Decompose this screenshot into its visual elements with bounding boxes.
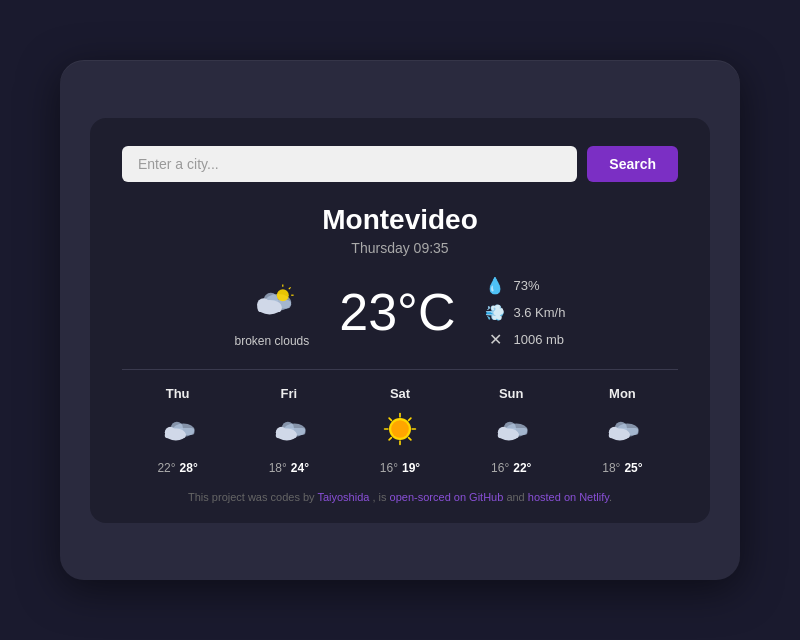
svg-rect-5 bbox=[257, 305, 281, 312]
humidity-icon: 💧 bbox=[485, 276, 505, 295]
forecast-temp-high: 24° bbox=[291, 461, 309, 475]
forecast-weather-icon bbox=[378, 407, 422, 455]
github-link[interactable]: open-sorced on GitHub bbox=[390, 491, 504, 503]
forecast-day-label: Sat bbox=[390, 386, 410, 401]
pressure-value: 1006 mb bbox=[513, 332, 564, 347]
forecast-day-label: Sun bbox=[499, 386, 524, 401]
footer-text-and: and bbox=[503, 491, 527, 503]
temperature: 23°C bbox=[339, 282, 455, 342]
forecast-temp-low: 16° bbox=[380, 461, 398, 475]
forecast-day-label: Thu bbox=[166, 386, 190, 401]
current-weather: broken clouds 23°C 💧 73% 💨 3.6 Km/h ✕ 10… bbox=[122, 276, 678, 349]
forecast-temps: 18° 25° bbox=[602, 461, 642, 475]
forecast-temp-high: 28° bbox=[180, 461, 198, 475]
wind-row: 💨 3.6 Km/h bbox=[485, 303, 565, 322]
forecast-day-item: Fri 18° 24° bbox=[233, 386, 344, 475]
weather-stats: 💧 73% 💨 3.6 Km/h ✕ 1006 mb bbox=[485, 276, 565, 349]
footer: This project was codes by Taiyoshida , i… bbox=[122, 491, 678, 503]
svg-line-25 bbox=[409, 437, 411, 439]
footer-text-middle: , is bbox=[369, 491, 389, 503]
forecast-day-item: Thu 22° 28° bbox=[122, 386, 233, 475]
forecast-temp-low: 22° bbox=[157, 461, 175, 475]
netlify-link[interactable]: hosted on Netlify bbox=[528, 491, 609, 503]
svg-line-27 bbox=[389, 437, 391, 439]
broken-cloud-icon bbox=[248, 276, 296, 328]
svg-line-8 bbox=[289, 287, 291, 289]
forecast-day-item: Mon 18° 25° bbox=[567, 386, 678, 475]
svg-rect-37 bbox=[498, 432, 519, 438]
forecast-weather-icon bbox=[267, 407, 311, 455]
forecast-row: Thu 22° 28°Fri 18° 24°Sat 16° 19°Sun bbox=[122, 386, 678, 475]
footer-text-before: This project was codes by bbox=[188, 491, 317, 503]
humidity-row: 💧 73% bbox=[485, 276, 565, 295]
forecast-temps: 18° 24° bbox=[269, 461, 309, 475]
forecast-temp-low: 18° bbox=[602, 461, 620, 475]
svg-line-31 bbox=[409, 418, 411, 420]
forecast-day-item: Sun 16° 22° bbox=[456, 386, 567, 475]
humidity-value: 73% bbox=[513, 278, 539, 293]
wind-icon: 💨 bbox=[485, 303, 505, 322]
forecast-weather-icon bbox=[489, 407, 533, 455]
forecast-temp-high: 22° bbox=[513, 461, 531, 475]
svg-point-23 bbox=[391, 420, 409, 438]
forecast-temps: 16° 19° bbox=[380, 461, 420, 475]
divider bbox=[122, 369, 678, 370]
forecast-weather-icon bbox=[600, 407, 644, 455]
forecast-temps: 16° 22° bbox=[491, 461, 531, 475]
pressure-icon: ✕ bbox=[485, 330, 505, 349]
wind-value: 3.6 Km/h bbox=[513, 305, 565, 320]
svg-line-29 bbox=[389, 418, 391, 420]
forecast-temp-high: 19° bbox=[402, 461, 420, 475]
svg-rect-15 bbox=[164, 432, 185, 438]
footer-text-end: . bbox=[609, 491, 612, 503]
svg-rect-21 bbox=[276, 432, 297, 438]
forecast-temp-low: 16° bbox=[491, 461, 509, 475]
pressure-row: ✕ 1006 mb bbox=[485, 330, 565, 349]
search-row: Search bbox=[122, 146, 678, 182]
forecast-temp-low: 18° bbox=[269, 461, 287, 475]
weather-icon-wrap: broken clouds bbox=[235, 276, 310, 348]
city-name: Montevideo bbox=[122, 204, 678, 236]
forecast-temps: 22° 28° bbox=[157, 461, 197, 475]
forecast-day-label: Mon bbox=[609, 386, 636, 401]
forecast-weather-icon bbox=[156, 407, 200, 455]
search-button[interactable]: Search bbox=[587, 146, 678, 182]
forecast-temp-high: 25° bbox=[624, 461, 642, 475]
weather-condition: broken clouds bbox=[235, 334, 310, 348]
svg-rect-43 bbox=[609, 432, 630, 438]
weather-card: Search Montevideo Thursday 09:35 bbox=[90, 118, 710, 523]
svg-point-6 bbox=[277, 289, 289, 301]
datetime: Thursday 09:35 bbox=[122, 240, 678, 256]
author-link[interactable]: Taiyoshida bbox=[317, 491, 369, 503]
forecast-day-label: Fri bbox=[280, 386, 297, 401]
device-frame: Search Montevideo Thursday 09:35 bbox=[60, 60, 740, 580]
forecast-day-item: Sat 16° 19° bbox=[344, 386, 455, 475]
city-search-input[interactable] bbox=[122, 146, 577, 182]
